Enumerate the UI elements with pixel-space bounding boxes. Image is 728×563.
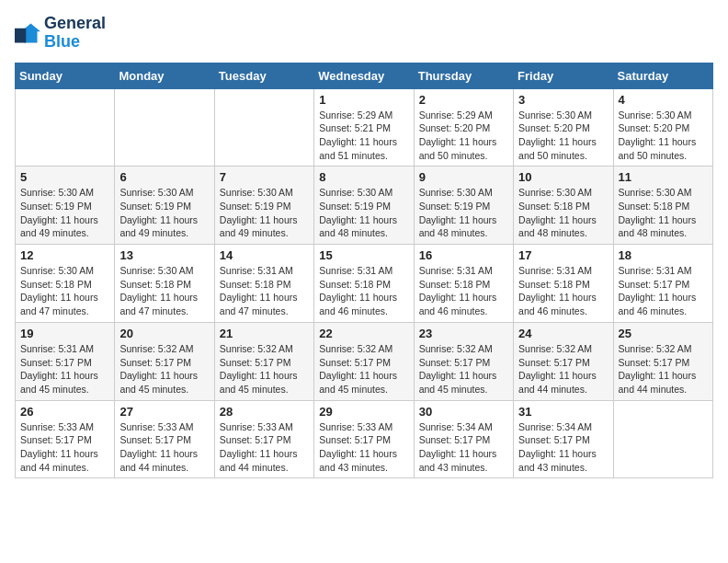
day-number: 31 — [518, 405, 608, 419]
cell-3-6: 25Sunrise: 5:32 AMSunset: 5:17 PMDayligh… — [613, 322, 712, 400]
day-number: 17 — [518, 248, 608, 262]
day-info: Sunrise: 5:29 AMSunset: 5:21 PMDaylight:… — [319, 109, 408, 163]
day-info: Sunrise: 5:31 AMSunset: 5:18 PMDaylight:… — [319, 264, 408, 318]
day-info: Sunrise: 5:31 AMSunset: 5:18 PMDaylight:… — [220, 264, 309, 318]
day-number: 3 — [518, 93, 608, 107]
day-number: 27 — [119, 405, 209, 419]
cell-4-1: 27Sunrise: 5:33 AMSunset: 5:17 PMDayligh… — [115, 400, 214, 478]
day-info: Sunrise: 5:30 AMSunset: 5:19 PMDaylight:… — [319, 186, 408, 240]
svg-rect-2 — [15, 29, 26, 43]
day-info: Sunrise: 5:34 AMSunset: 5:17 PMDaylight:… — [419, 420, 508, 475]
day-number: 21 — [220, 327, 309, 340]
day-info: Sunrise: 5:32 AMSunset: 5:17 PMDaylight:… — [619, 342, 708, 396]
cell-3-0: 19Sunrise: 5:31 AMSunset: 5:17 PMDayligh… — [16, 322, 115, 400]
cell-1-3: 8Sunrise: 5:30 AMSunset: 5:19 PMDaylight… — [314, 167, 414, 245]
day-number: 22 — [319, 327, 408, 340]
day-number: 25 — [619, 327, 708, 340]
day-info: Sunrise: 5:30 AMSunset: 5:18 PMDaylight:… — [119, 264, 209, 318]
day-info: Sunrise: 5:30 AMSunset: 5:20 PMDaylight:… — [518, 109, 608, 163]
cell-2-3: 15Sunrise: 5:31 AMSunset: 5:18 PMDayligh… — [314, 245, 414, 323]
day-number: 13 — [119, 248, 209, 262]
day-number: 12 — [20, 248, 109, 262]
day-info: Sunrise: 5:30 AMSunset: 5:18 PMDaylight:… — [619, 186, 708, 240]
cell-1-1: 6Sunrise: 5:30 AMSunset: 5:19 PMDaylight… — [115, 167, 214, 245]
day-info: Sunrise: 5:30 AMSunset: 5:19 PMDaylight:… — [220, 186, 309, 240]
cell-1-4: 9Sunrise: 5:30 AMSunset: 5:19 PMDaylight… — [414, 167, 513, 245]
cell-1-5: 10Sunrise: 5:30 AMSunset: 5:18 PMDayligh… — [514, 167, 613, 245]
calendar-body: 1Sunrise: 5:29 AMSunset: 5:21 PMDaylight… — [16, 88, 713, 478]
cell-0-3: 1Sunrise: 5:29 AMSunset: 5:21 PMDaylight… — [314, 88, 414, 167]
header-saturday: Saturday — [613, 63, 712, 88]
cell-4-3: 29Sunrise: 5:33 AMSunset: 5:17 PMDayligh… — [314, 400, 414, 478]
day-info: Sunrise: 5:30 AMSunset: 5:20 PMDaylight:… — [619, 109, 708, 163]
logo: General Blue — [15, 15, 106, 52]
day-info: Sunrise: 5:30 AMSunset: 5:19 PMDaylight:… — [119, 186, 209, 240]
cell-4-0: 26Sunrise: 5:33 AMSunset: 5:17 PMDayligh… — [16, 400, 115, 478]
day-info: Sunrise: 5:30 AMSunset: 5:18 PMDaylight:… — [20, 264, 109, 318]
logo-text: General Blue — [44, 15, 106, 52]
cell-1-2: 7Sunrise: 5:30 AMSunset: 5:19 PMDaylight… — [214, 167, 313, 245]
day-info: Sunrise: 5:33 AMSunset: 5:17 PMDaylight:… — [119, 420, 209, 475]
cell-0-6: 4Sunrise: 5:30 AMSunset: 5:20 PMDaylight… — [613, 88, 712, 167]
day-info: Sunrise: 5:33 AMSunset: 5:17 PMDaylight:… — [220, 420, 309, 475]
week-row-2: 5Sunrise: 5:30 AMSunset: 5:19 PMDaylight… — [16, 167, 713, 245]
day-number: 1 — [319, 93, 408, 107]
day-info: Sunrise: 5:30 AMSunset: 5:19 PMDaylight:… — [419, 186, 508, 240]
day-number: 10 — [518, 170, 608, 184]
day-info: Sunrise: 5:29 AMSunset: 5:20 PMDaylight:… — [419, 109, 508, 163]
cell-4-4: 30Sunrise: 5:34 AMSunset: 5:17 PMDayligh… — [414, 400, 513, 478]
day-number: 18 — [619, 248, 708, 262]
header-wednesday: Wednesday — [314, 63, 414, 88]
day-info: Sunrise: 5:31 AMSunset: 5:17 PMDaylight:… — [619, 264, 708, 318]
header-friday: Friday — [514, 63, 613, 88]
day-number: 29 — [319, 405, 408, 419]
day-info: Sunrise: 5:30 AMSunset: 5:18 PMDaylight:… — [518, 186, 608, 240]
cell-3-4: 23Sunrise: 5:32 AMSunset: 5:17 PMDayligh… — [414, 322, 513, 400]
day-number: 9 — [419, 170, 508, 184]
header-sunday: Sunday — [16, 63, 115, 88]
header-thursday: Thursday — [414, 63, 513, 88]
day-number: 23 — [419, 327, 508, 340]
day-number: 6 — [119, 170, 209, 184]
day-info: Sunrise: 5:32 AMSunset: 5:17 PMDaylight:… — [220, 342, 309, 396]
week-row-1: 1Sunrise: 5:29 AMSunset: 5:21 PMDaylight… — [16, 88, 713, 167]
day-number: 24 — [518, 327, 608, 340]
day-number: 11 — [619, 170, 708, 184]
day-info: Sunrise: 5:33 AMSunset: 5:17 PMDaylight:… — [319, 420, 408, 475]
day-number: 26 — [20, 405, 109, 419]
calendar-table: SundayMondayTuesdayWednesdayThursdayFrid… — [15, 63, 713, 479]
cell-2-5: 17Sunrise: 5:31 AMSunset: 5:18 PMDayligh… — [514, 245, 613, 323]
day-info: Sunrise: 5:31 AMSunset: 5:18 PMDaylight:… — [518, 264, 608, 318]
cell-1-0: 5Sunrise: 5:30 AMSunset: 5:19 PMDaylight… — [16, 167, 115, 245]
cell-0-4: 2Sunrise: 5:29 AMSunset: 5:20 PMDaylight… — [414, 88, 513, 167]
day-number: 4 — [619, 93, 708, 107]
header-tuesday: Tuesday — [214, 63, 313, 88]
day-info: Sunrise: 5:31 AMSunset: 5:18 PMDaylight:… — [419, 264, 508, 318]
cell-0-5: 3Sunrise: 5:30 AMSunset: 5:20 PMDaylight… — [514, 88, 613, 167]
day-info: Sunrise: 5:32 AMSunset: 5:17 PMDaylight:… — [319, 342, 408, 396]
week-row-4: 19Sunrise: 5:31 AMSunset: 5:17 PMDayligh… — [16, 322, 713, 400]
cell-2-2: 14Sunrise: 5:31 AMSunset: 5:18 PMDayligh… — [214, 245, 313, 323]
day-number: 15 — [319, 248, 408, 262]
day-number: 28 — [220, 405, 309, 419]
cell-1-6: 11Sunrise: 5:30 AMSunset: 5:18 PMDayligh… — [613, 167, 712, 245]
day-number: 8 — [319, 170, 408, 184]
day-info: Sunrise: 5:31 AMSunset: 5:17 PMDaylight:… — [20, 342, 109, 396]
day-info: Sunrise: 5:32 AMSunset: 5:17 PMDaylight:… — [518, 342, 608, 396]
day-number: 30 — [419, 405, 508, 419]
week-row-5: 26Sunrise: 5:33 AMSunset: 5:17 PMDayligh… — [16, 400, 713, 478]
cell-2-4: 16Sunrise: 5:31 AMSunset: 5:18 PMDayligh… — [414, 245, 513, 323]
cell-3-5: 24Sunrise: 5:32 AMSunset: 5:17 PMDayligh… — [514, 322, 613, 400]
day-number: 2 — [419, 93, 508, 107]
cell-0-0 — [16, 88, 115, 167]
cell-2-1: 13Sunrise: 5:30 AMSunset: 5:18 PMDayligh… — [115, 245, 214, 323]
cell-0-2 — [214, 88, 313, 167]
cell-4-2: 28Sunrise: 5:33 AMSunset: 5:17 PMDayligh… — [214, 400, 313, 478]
calendar-header: SundayMondayTuesdayWednesdayThursdayFrid… — [16, 63, 713, 88]
day-number: 14 — [220, 248, 309, 262]
day-number: 16 — [419, 248, 508, 262]
day-info: Sunrise: 5:34 AMSunset: 5:17 PMDaylight:… — [518, 420, 608, 475]
cell-4-6 — [613, 400, 712, 478]
day-info: Sunrise: 5:32 AMSunset: 5:17 PMDaylight:… — [119, 342, 209, 396]
header-monday: Monday — [115, 63, 214, 88]
